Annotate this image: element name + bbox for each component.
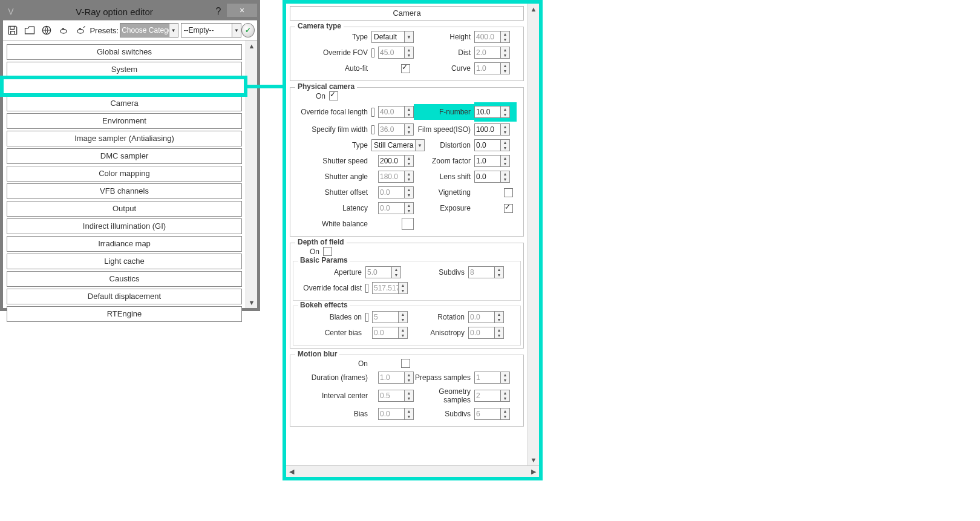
render-button[interactable] — [241, 23, 255, 38]
label-dof-on: On — [293, 247, 323, 256]
load-icon[interactable] — [22, 22, 37, 38]
camera-scrollbar-h[interactable]: ◀ ▶ — [286, 465, 539, 477]
geometry-samples-spinner[interactable]: 2▲▼ — [474, 390, 510, 402]
rollout-system[interactable]: System — [7, 62, 242, 77]
save-icon[interactable] — [5, 22, 20, 38]
camera-scrollbar-v[interactable]: ▲ ▼ — [528, 4, 539, 465]
scroll-up-icon[interactable]: ▲ — [528, 4, 539, 15]
sfw-checkbox[interactable] — [371, 125, 374, 134]
shutter-angle-spinner[interactable]: 180.0▲▼ — [378, 171, 414, 183]
rollout-vfb-channels[interactable]: VFB channels — [7, 183, 242, 199]
preset-select[interactable]: --Empty-- ▼ — [181, 23, 241, 38]
ofl-spinner[interactable]: 40.0▲▼ — [378, 106, 414, 118]
rollout-caustics[interactable]: Caustics — [7, 271, 242, 287]
teapot-rt-icon[interactable] — [73, 22, 88, 38]
scroll-down-icon[interactable]: ▼ — [528, 454, 539, 465]
white-balance-swatch[interactable] — [402, 218, 414, 230]
scroll-track[interactable] — [297, 466, 528, 477]
autofit-checkbox[interactable] — [401, 64, 410, 73]
rollout-environment[interactable]: Environment — [7, 113, 242, 129]
rotation-spinner[interactable]: 0.0▲▼ — [468, 311, 504, 323]
label-blades: Blades on — [296, 313, 365, 321]
bias-spinner[interactable]: 0.0▲▼ — [378, 408, 414, 420]
rollout-dmc-sampler[interactable]: DMC sampler — [7, 148, 242, 164]
iso-spinner[interactable]: 100.0▲▼ — [474, 123, 510, 136]
label-bias: Bias — [293, 410, 371, 418]
height-spinner[interactable]: 400.0▲▼ — [474, 31, 510, 43]
sfw-spinner[interactable]: 36.0▲▼ — [378, 123, 414, 136]
vignetting-checkbox[interactable] — [504, 188, 513, 197]
section-header-camera[interactable]: Camera — [290, 6, 524, 21]
override-fov-spinner[interactable]: 45.0▲▼ — [378, 47, 414, 59]
connector-line — [247, 85, 286, 88]
chevron-down-icon: ▼ — [415, 140, 424, 151]
rollout-image-sampler[interactable]: Image sampler (Antialiasing) — [7, 131, 242, 146]
label-geometry-samples: Geometry samples — [414, 387, 474, 404]
rollout-output[interactable]: Output — [7, 201, 242, 217]
globe-icon[interactable] — [39, 22, 54, 38]
label-interval-center: Interval center — [293, 392, 371, 400]
prepass-spinner[interactable]: 1▲▼ — [474, 372, 510, 384]
scroll-left-icon[interactable]: ◀ — [286, 466, 297, 477]
subgroup-bokeh: Bokeh effects Blades on 5▲▼ Rotation 0.0… — [293, 306, 521, 346]
mb-on-checkbox[interactable] — [401, 359, 410, 368]
teapot-icon[interactable] — [56, 22, 71, 38]
rollout-default-displacement[interactable]: Default displacement — [7, 289, 242, 304]
exposure-checkbox[interactable] — [504, 204, 513, 213]
aperture-spinner[interactable]: 5.0▲▼ — [365, 266, 401, 278]
scrollbar-v[interactable]: ▲ ▼ — [246, 41, 257, 308]
rollout-light-cache[interactable]: Light cache — [7, 254, 242, 269]
scroll-up-icon[interactable]: ▲ — [246, 41, 257, 51]
physical-on-checkbox[interactable] — [329, 91, 338, 100]
latency-spinner[interactable]: 0.0▲▼ — [378, 202, 414, 214]
rollout-irradiance-map[interactable]: Irradiance map — [7, 236, 242, 252]
dof-subdivs-spinner[interactable]: 8▲▼ — [468, 266, 504, 278]
shutter-speed-spinner[interactable]: 200.0▲▼ — [378, 155, 414, 167]
rollout-camera[interactable]: Camera — [7, 96, 242, 111]
lens-shift-spinner[interactable]: 0.0▲▼ — [474, 171, 510, 183]
override-fov-checkbox[interactable] — [371, 48, 374, 57]
camera-type-select[interactable]: Default▼ — [371, 31, 414, 43]
scroll-right-icon[interactable]: ▶ — [528, 466, 539, 477]
zoom-spinner[interactable]: 1.0▲▼ — [474, 155, 510, 167]
legend: Depth of field — [295, 238, 347, 246]
camera-content: Camera Camera type Type Default▼ Height — [286, 4, 528, 465]
label-so: Shutter offset — [293, 188, 371, 197]
close-button[interactable]: × — [227, 4, 257, 17]
ofl-checkbox[interactable] — [371, 108, 374, 117]
duration-spinner[interactable]: 1.0▲▼ — [378, 372, 414, 384]
rollout-gi[interactable]: Indirect illumination (GI) — [7, 218, 242, 234]
dist-spinner[interactable]: 2.0▲▼ — [474, 47, 510, 59]
interval-center-spinner[interactable]: 0.5▲▼ — [378, 390, 414, 402]
rollout-color-mapping[interactable]: Color mapping — [7, 166, 242, 182]
label-center-bias: Center bias — [296, 329, 365, 337]
label-curve: Curve — [414, 64, 474, 73]
anisotropy-spinner[interactable]: 0.0▲▼ — [468, 327, 504, 339]
label-anisotropy: Anisotropy — [408, 329, 468, 337]
label-prepass: Prepass samples — [414, 373, 474, 382]
shutter-offset-spinner[interactable]: 0.0▲▼ — [378, 186, 414, 198]
ofd-checkbox[interactable] — [365, 284, 368, 293]
label-wb: White balance — [293, 220, 371, 228]
help-button[interactable]: ? — [210, 6, 227, 17]
chevron-down-icon: ▼ — [232, 24, 241, 37]
rollout-rtengine[interactable]: RTEngine — [7, 306, 242, 322]
label-phys-type: Type — [293, 141, 371, 149]
distortion-spinner[interactable]: 0.0▲▼ — [474, 139, 510, 151]
mb-subdivs-spinner[interactable]: 6▲▼ — [474, 408, 510, 420]
titlebar: V V-Ray option editor ? × — [3, 3, 257, 20]
label-duration: Duration (frames) — [293, 373, 371, 382]
ofd-spinner[interactable]: 517.517▲▼ — [372, 282, 408, 294]
center-bias-spinner[interactable]: 0.0▲▼ — [372, 327, 408, 339]
curve-spinner[interactable]: 1.0▲▼ — [474, 62, 510, 74]
fnumber-spinner[interactable]: 10.0▲▼ — [474, 106, 510, 118]
scroll-down-icon[interactable]: ▼ — [246, 297, 257, 308]
rollout-global-switches[interactable]: Global switches — [7, 44, 242, 60]
phys-type-select[interactable]: Still Camera▼ — [371, 139, 425, 151]
blades-spinner[interactable]: 5▲▼ — [372, 311, 408, 323]
preset-category-select[interactable]: Choose Category ▼ — [120, 23, 178, 38]
dof-on-checkbox[interactable] — [323, 247, 332, 256]
blades-checkbox[interactable] — [365, 313, 368, 322]
group-motion-blur: Motion blur On Duration (frames) 1.0▲▼ P… — [290, 355, 524, 427]
legend: Physical camera — [295, 82, 357, 91]
